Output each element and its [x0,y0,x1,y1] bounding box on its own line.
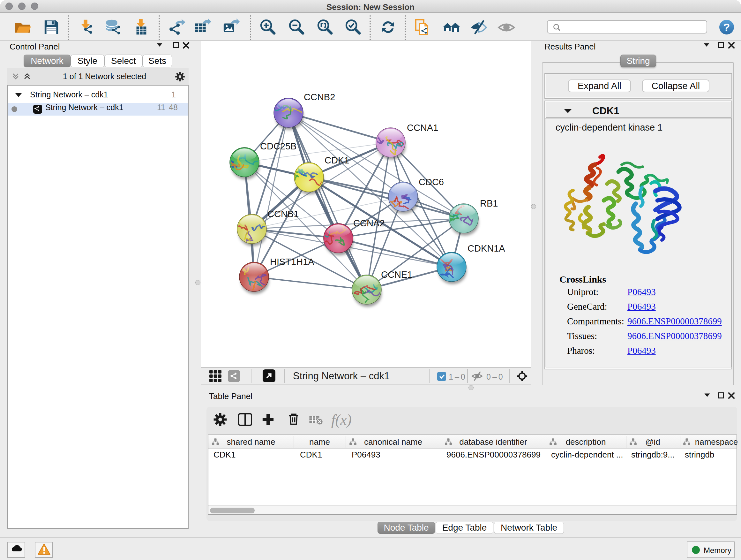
svg-text:HIST1H1A: HIST1H1A [270,257,314,267]
svg-text:CCNB1: CCNB1 [267,209,299,219]
svg-text:CCNA1: CCNA1 [407,123,438,133]
svg-text:RB1: RB1 [480,198,498,208]
svg-text:CDC25B: CDC25B [260,141,296,151]
svg-text:CDKN1A: CDKN1A [468,243,505,253]
svg-text:CDK1: CDK1 [325,155,349,165]
svg-text:CCNE1: CCNE1 [381,269,412,280]
svg-text:CCNA2: CCNA2 [353,218,385,228]
svg-text:CCNB2: CCNB2 [304,92,335,102]
svg-text:CDC6: CDC6 [419,177,444,187]
